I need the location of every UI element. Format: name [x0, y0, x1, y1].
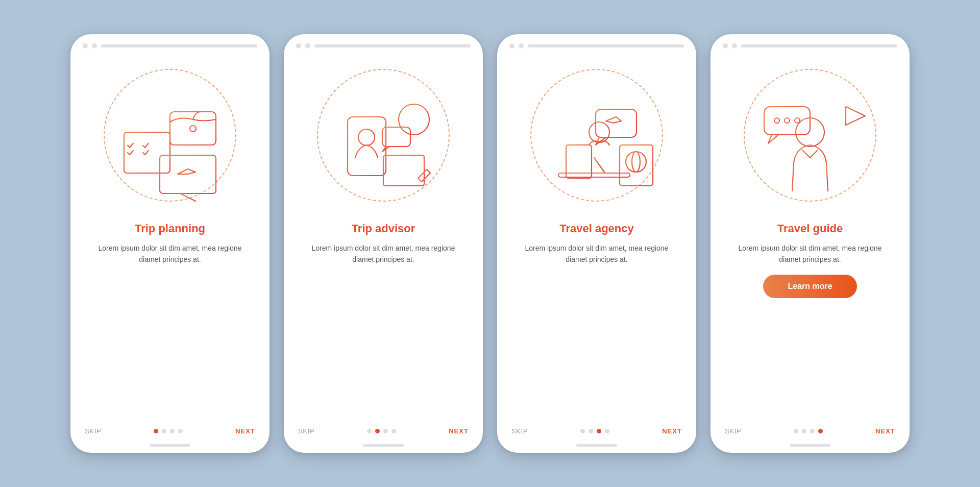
svg-trip-planning	[93, 61, 247, 214]
skip-button-2[interactable]: SKIP	[298, 427, 314, 435]
svg-point-51	[795, 118, 800, 123]
phone-circle-1a	[83, 43, 88, 48]
dot-1-1	[162, 429, 166, 433]
svg-rect-16	[348, 117, 386, 176]
dot-3-3	[605, 429, 609, 433]
bottom-handle-3	[576, 444, 617, 447]
bottom-nav-3: SKIP NEXT	[497, 422, 696, 444]
card-title-1: Trip planning	[135, 222, 205, 235]
dot-3-0	[580, 429, 585, 433]
phone-top-bar-2	[284, 34, 483, 48]
svg-line-36	[594, 158, 604, 172]
content-trip-advisor: Trip advisor Lorem ipsum dolor sit dim a…	[284, 222, 483, 422]
dot-4-1	[802, 429, 806, 433]
dot-2-0	[367, 429, 372, 433]
svg-point-19	[358, 129, 375, 145]
svg-rect-48	[764, 107, 810, 135]
svg-point-50	[785, 118, 790, 123]
phone-trip-planning: Trip planning Lorem ipsum dolor sit dim …	[70, 34, 270, 453]
phone-line-4	[741, 44, 897, 47]
svg-rect-20	[382, 127, 410, 147]
phones-container: Trip planning Lorem ipsum dolor sit dim …	[70, 34, 910, 453]
svg-line-11	[180, 193, 195, 201]
bottom-handle-2	[363, 444, 404, 447]
phone-travel-guide: Travel guide Lorem ipsum dolor sit dim a…	[710, 34, 910, 453]
next-button-2[interactable]: NEXT	[449, 427, 469, 435]
dot-4-2	[810, 429, 815, 433]
phone-circle-3b	[519, 43, 524, 48]
svg-point-35	[589, 122, 609, 142]
content-travel-guide: Travel guide Lorem ipsum dolor sit dim a…	[710, 222, 910, 422]
dot-1-3	[178, 429, 183, 433]
bottom-nav-4: SKIP NEXT	[710, 422, 910, 444]
illustration-travel-guide	[710, 48, 910, 222]
svg-trip-advisor	[307, 61, 460, 214]
next-button-3[interactable]: NEXT	[662, 427, 682, 435]
dot-2-2	[383, 429, 388, 433]
dot-2-1	[375, 429, 380, 433]
phone-line-3	[528, 44, 684, 47]
card-desc-4: Lorem ipsum dolor sit dim amet, mea regi…	[727, 242, 893, 265]
card-title-4: Travel guide	[777, 222, 843, 235]
svg-travel-guide	[733, 61, 887, 214]
learn-more-button[interactable]: Learn more	[763, 275, 856, 298]
card-desc-1: Lorem ipsum dolor sit dim amet, mea regi…	[87, 242, 253, 265]
dot-1-0	[154, 429, 158, 433]
dot-2-3	[391, 429, 396, 433]
phone-trip-advisor: Trip advisor Lorem ipsum dolor sit dim a…	[284, 34, 483, 453]
svg-rect-37	[596, 109, 636, 137]
svg-line-30	[427, 169, 430, 173]
svg-rect-8	[170, 112, 216, 145]
nav-dots-4	[794, 429, 823, 433]
content-travel-agency: Travel agency Lorem ipsum dolor sit dim …	[497, 222, 696, 422]
phone-top-bar-4	[710, 34, 910, 48]
phone-circle-2b	[305, 43, 310, 48]
card-desc-2: Lorem ipsum dolor sit dim amet, mea regi…	[300, 242, 467, 265]
skip-button-3[interactable]: SKIP	[511, 427, 528, 435]
phone-travel-agency: Travel agency Lorem ipsum dolor sit dim …	[497, 34, 696, 453]
phone-circle-1b	[92, 43, 97, 48]
next-button-4[interactable]: NEXT	[875, 427, 895, 435]
nav-dots-1	[154, 429, 183, 433]
phone-top-bar-3	[497, 34, 696, 48]
content-trip-planning: Trip planning Lorem ipsum dolor sit dim …	[70, 222, 270, 422]
phone-line-2	[314, 44, 471, 47]
dot-4-0	[794, 429, 798, 433]
bottom-handle-4	[790, 444, 830, 447]
illustration-travel-agency	[497, 48, 696, 222]
dot-3-2	[597, 429, 601, 433]
dot-3-1	[589, 429, 593, 433]
bottom-handle-1	[150, 444, 190, 447]
nav-dots-2	[367, 429, 396, 433]
skip-button-1[interactable]: SKIP	[85, 427, 101, 435]
svg-point-9	[190, 126, 196, 132]
card-title-3: Travel agency	[559, 222, 634, 235]
nav-dots-3	[580, 429, 609, 433]
phone-circle-4b	[732, 43, 737, 48]
dot-1-2	[170, 429, 175, 433]
phone-circle-2a	[296, 43, 301, 48]
phone-circle-4a	[723, 43, 728, 48]
card-desc-3: Lorem ipsum dolor sit dim amet, mea regi…	[513, 242, 680, 265]
svg-rect-26	[383, 155, 424, 186]
bottom-nav-1: SKIP NEXT	[70, 422, 270, 444]
skip-button-4[interactable]: SKIP	[725, 427, 741, 435]
illustration-trip-planning	[70, 48, 270, 222]
bottom-nav-2: SKIP NEXT	[284, 422, 483, 444]
svg-point-49	[774, 118, 779, 123]
phone-circle-3a	[509, 43, 514, 48]
phone-top-bar-1	[70, 34, 270, 48]
dot-4-3	[818, 429, 823, 433]
illustration-trip-advisor	[284, 48, 483, 222]
phone-line-1	[101, 44, 257, 47]
next-button-1[interactable]: NEXT	[235, 427, 255, 435]
svg-travel-agency	[520, 61, 673, 214]
card-title-2: Trip advisor	[352, 222, 415, 235]
